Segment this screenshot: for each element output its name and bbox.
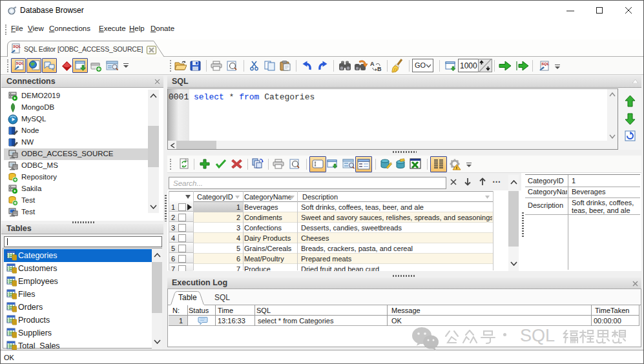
svg-text:SQL: SQL: [541, 62, 550, 66]
svg-text:B: B: [377, 66, 382, 72]
svg-text:A: A: [370, 61, 375, 67]
svg-text:SQL: SQL: [16, 61, 25, 65]
svg-text:SQL: SQL: [13, 45, 21, 48]
